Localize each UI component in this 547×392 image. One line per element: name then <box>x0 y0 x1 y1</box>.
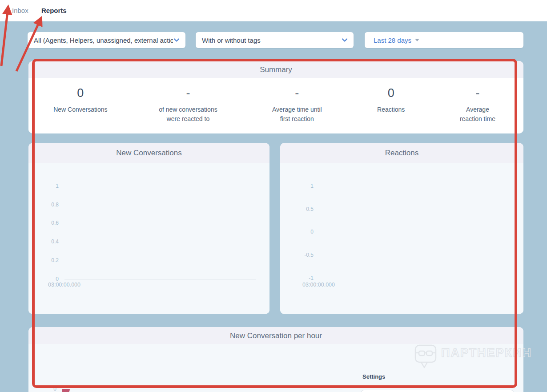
y-axis-tick: 0 <box>28 276 59 282</box>
summary-stats-row: 0 New Conversations - of new conversatio… <box>28 78 523 133</box>
zero-axis-line <box>62 389 342 389</box>
new-conversations-chart-card: New Conversations 1 0.8 0.6 0.4 0.2 0 03… <box>28 143 269 314</box>
reactions-chart-card: Reactions 1 0.5 0 -0.5 -1 03:00:00.000 <box>280 143 523 314</box>
stat-label: Reactions <box>350 105 432 114</box>
y-axis-tick: 0.5 <box>280 206 314 212</box>
stat-avg-time-first-reaction: - Average time until first reaction <box>244 85 350 133</box>
y-axis-tick: 1 <box>28 183 59 189</box>
y-axis-tick: 0 <box>280 229 314 235</box>
tab-reports[interactable]: Reports <box>41 0 67 21</box>
y-axis-tick: -1 <box>280 275 314 281</box>
caret-down-icon <box>415 39 419 41</box>
stat-label: of new conversations were reacted to <box>133 105 244 124</box>
chart-title: Reactions <box>280 143 523 163</box>
stat-reactions: 0 Reactions <box>350 85 432 133</box>
y-axis-tick: 0.8 <box>28 202 59 208</box>
zero-axis-line <box>319 232 510 232</box>
timezone-dropdown[interactable]: GMT+3 Moscow, Nairobi, Riyadh <box>361 390 514 392</box>
y-axis-tick: 0.6 <box>28 220 59 226</box>
chart-title: New Conversations <box>28 143 269 163</box>
x-axis-tick: 03:00:00.000 <box>48 282 80 288</box>
top-navigation-bar: Inbox Reports <box>0 0 547 21</box>
zero-axis-line <box>64 279 256 279</box>
y-axis-tick: 0.2 <box>28 257 59 263</box>
data-point-marker <box>62 389 70 392</box>
y-axis-tick: -0.5 <box>280 252 314 258</box>
reactions-chart: 1 0.5 0 -0.5 -1 03:00:00.000 <box>280 163 523 314</box>
y-axis-tick: 1 <box>280 183 314 189</box>
stat-label: Average time until first reaction <box>244 105 350 124</box>
summary-card-title: Summary <box>28 61 523 78</box>
stat-value: 0 <box>350 85 432 101</box>
per-hour-chart: 0 Settings GMT+3 Moscow, Nairobi, Riyadh <box>28 344 523 392</box>
per-hour-chart-card: New Conversation per hour 0 Settings GMT… <box>28 327 523 392</box>
assignee-filter-dropdown[interactable]: All (Agents, Helpers, unassigned, extern… <box>28 32 185 48</box>
stat-value: - <box>133 85 244 101</box>
stat-label: Average reaction time <box>432 105 523 124</box>
new-conversations-chart: 1 0.8 0.6 0.4 0.2 0 03:00:00.000 <box>28 163 269 314</box>
tags-filter-value: With or without tags <box>196 36 341 44</box>
stat-new-conversations: 0 New Conversations <box>28 85 133 133</box>
y-axis-tick: 0.4 <box>28 238 59 245</box>
chart-title: New Conversation per hour <box>28 327 523 344</box>
stat-value: 0 <box>28 85 133 101</box>
y-axis-tick: 0 <box>28 386 56 392</box>
stat-value: - <box>244 85 350 101</box>
period-filter-value: Last 28 days <box>365 36 411 44</box>
stat-reacted-percentage: - of new conversations were reacted to <box>133 85 244 133</box>
chevron-down-icon <box>173 36 180 44</box>
tags-filter-dropdown[interactable]: With or without tags <box>196 32 354 48</box>
tab-inbox[interactable]: Inbox <box>12 0 28 21</box>
settings-label: Settings <box>362 373 385 380</box>
stat-avg-reaction-time: - Average reaction time <box>432 85 523 133</box>
stat-label: New Conversations <box>28 105 133 114</box>
assignee-filter-value: All (Agents, Helpers, unassigned, extern… <box>28 36 173 44</box>
summary-card: Summary 0 New Conversations - of new con… <box>28 61 523 133</box>
x-axis-tick: 03:00:00.000 <box>302 282 335 288</box>
stat-value: - <box>432 85 523 101</box>
period-filter-dropdown[interactable]: Last 28 days <box>365 32 523 48</box>
chevron-down-icon <box>341 36 348 44</box>
